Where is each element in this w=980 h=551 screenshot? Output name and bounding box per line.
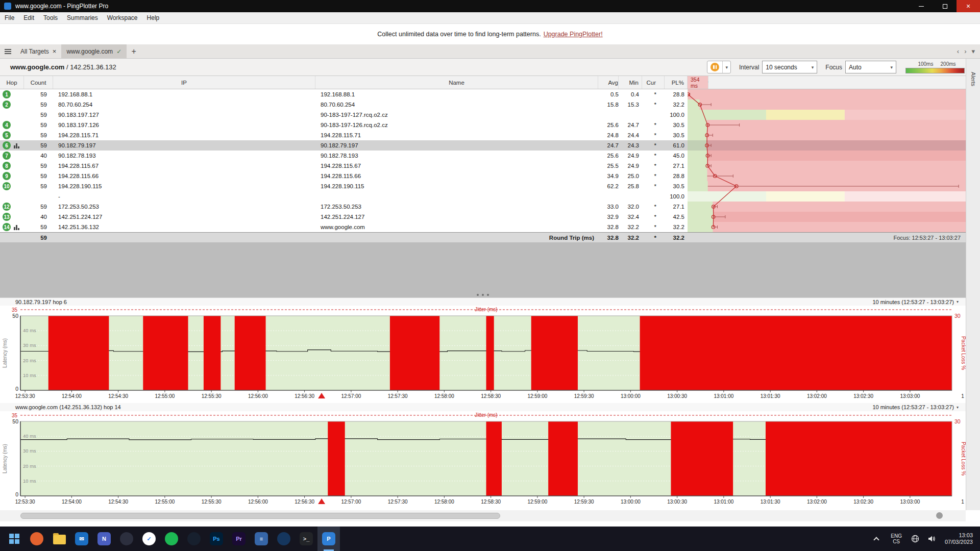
taskbar-icon-photoshop[interactable]: Ps — [205, 527, 228, 551]
cell-cur: * — [642, 224, 665, 230]
taskbar-icon-start[interactable] — [3, 527, 26, 551]
cell-ip: 192.168.88.1 — [53, 91, 315, 97]
cell-cur: * — [642, 153, 665, 159]
svg-text:12:55:00: 12:55:00 — [155, 393, 175, 399]
taskbar-icon-file-explorer[interactable] — [48, 527, 70, 551]
nav-forward-icon[interactable]: › — [964, 47, 966, 55]
cell-ip: 194.228.115.71 — [53, 132, 315, 138]
nav-back-icon[interactable]: ‹ — [957, 47, 959, 55]
header-min[interactable]: Min — [619, 76, 642, 89]
header-ip[interactable]: IP — [53, 76, 315, 89]
svg-text:12:59:00: 12:59:00 — [527, 393, 547, 399]
language-indicator[interactable]: ENG CS — [891, 533, 902, 544]
header-name[interactable]: Name — [315, 76, 598, 89]
svg-text:Jitter (ms): Jitter (ms) — [475, 412, 497, 418]
svg-text:12:57:30: 12:57:30 — [388, 393, 408, 399]
taskbar-icon-steam[interactable] — [183, 527, 205, 551]
interval-select[interactable]: 10 seconds ▾ — [762, 61, 817, 73]
cell-count: 59 — [24, 173, 53, 179]
header-cur[interactable]: Cur — [642, 76, 665, 89]
cell-name: www.google.com — [315, 224, 598, 230]
menu-summaries[interactable]: Summaries — [62, 12, 103, 23]
cell-count: 40 — [24, 214, 53, 220]
cell-avg: 24.8 — [598, 132, 619, 138]
todo-check-icon: ✓ — [142, 532, 156, 545]
menu-help[interactable]: Help — [142, 12, 164, 23]
svg-text:20 ms: 20 ms — [23, 463, 36, 469]
hop6-range-label: 10 minutes (12:53:27 - 13:03:27) — [872, 299, 954, 305]
menu-workspace[interactable]: Workspace — [103, 12, 142, 23]
cell-min: 24.7 — [619, 122, 642, 128]
cell-count: 59 — [24, 122, 53, 128]
svg-text:Latency (ms): Latency (ms) — [2, 444, 8, 473]
cell-name: 90-183-197-126.rcq.o2.cz — [315, 122, 598, 128]
minimize-button[interactable] — [910, 0, 933, 12]
round-trip-count: 59 — [24, 235, 53, 241]
taskbar-icon-terminal[interactable]: >_ — [295, 527, 317, 551]
close-button[interactable]: × — [957, 0, 980, 12]
taskbar-icon-todo-check[interactable]: ✓ — [138, 527, 160, 551]
splitter-handle[interactable] — [477, 294, 489, 296]
maximize-button[interactable] — [933, 0, 957, 12]
svg-text:Packet Loss %: Packet Loss % — [961, 336, 966, 370]
svg-text:50: 50 — [12, 418, 18, 424]
taskbar-icon-firefox[interactable] — [26, 527, 48, 551]
focus-select[interactable]: Auto ▾ — [845, 61, 896, 73]
focus-value: Auto — [849, 64, 862, 71]
header-count[interactable]: Count — [24, 76, 53, 89]
taskbar-icon-premiere[interactable]: Pr — [228, 527, 250, 551]
header-avg[interactable]: Avg — [598, 76, 619, 89]
alerts-side-tab[interactable]: Alerts — [966, 59, 980, 510]
header-hop[interactable]: Hop — [0, 76, 24, 89]
cell-avg: 25.5 — [598, 163, 619, 169]
upgrade-link[interactable]: Upgrade PingPlotter! — [544, 31, 603, 38]
tab-overflow-icon[interactable]: ▾ — [971, 47, 975, 55]
network-icon[interactable] — [911, 534, 920, 543]
cell-name: 194.228.115.71 — [315, 132, 598, 138]
menu-file[interactable]: File — [0, 12, 19, 23]
volume-icon[interactable] — [927, 534, 936, 543]
tab-www-google-com[interactable]: www.google.com ✓ — [61, 44, 127, 58]
hop-number-badge: 10 — [3, 182, 11, 190]
menu-tools[interactable]: Tools — [39, 12, 62, 23]
cell-hop: 10 — [0, 181, 24, 191]
cell-cur: * — [642, 132, 665, 138]
svg-text:12:59:00: 12:59:00 — [527, 499, 547, 505]
hop6-range-select[interactable]: 10 minutes (12:53:27 - 13:03:27) ▾ — [872, 299, 959, 305]
targets-menu-icon[interactable] — [0, 44, 15, 58]
clock[interactable]: 13:03 07/03/2023 — [945, 532, 973, 545]
tab-all-targets[interactable]: All Targets × — [15, 44, 61, 58]
svg-text:10 ms: 10 ms — [23, 372, 36, 378]
taskbar-icon-pingplotter[interactable]: P — [317, 527, 340, 551]
tab-label: www.google.com — [66, 48, 113, 55]
taskbar-icon-mail[interactable]: ✉ — [70, 527, 93, 551]
svg-text:13:00:30: 13:00:30 — [667, 393, 687, 399]
cell-name: 194.228.115.66 — [315, 173, 598, 179]
svg-text:Latency (ms): Latency (ms) — [2, 338, 8, 368]
header-pl[interactable]: PL% — [665, 76, 688, 89]
taskbar-icon-calculator[interactable]: ≡ — [250, 527, 273, 551]
menu-edit[interactable]: Edit — [19, 12, 39, 23]
svg-text:13:02:30: 13:02:30 — [853, 393, 873, 399]
close-tab-icon[interactable]: × — [53, 48, 57, 55]
svg-text:12:58:00: 12:58:00 — [434, 393, 454, 399]
scrollbar-thumb[interactable] — [20, 513, 500, 519]
taskbar-icon-spotify[interactable] — [160, 527, 183, 551]
tray-expand-icon[interactable] — [874, 537, 879, 542]
hop-number-badge: 2 — [3, 101, 11, 109]
pause-button[interactable]: ▾ — [707, 61, 731, 73]
horizontal-scrollbar[interactable] — [0, 510, 966, 521]
maximize-icon — [943, 4, 947, 9]
hop-number-badge: 8 — [3, 162, 11, 170]
header-latency[interactable]: 0 ms Latency 354 ms — [688, 76, 708, 89]
promo-banner: Collect unlimited data over time to find… — [0, 24, 980, 44]
scrollbar-knob[interactable] — [936, 512, 943, 519]
new-tab-button[interactable]: + — [127, 44, 141, 58]
taskbar-icon-app-n[interactable]: N — [93, 527, 115, 551]
svg-text:13:00:30: 13:00:30 — [667, 499, 687, 505]
hop14-range-select[interactable]: 10 minutes (12:53:27 - 13:03:27) ▾ — [872, 404, 959, 410]
pause-dropdown-caret[interactable]: ▾ — [722, 61, 730, 73]
cell-avg: 32.9 — [598, 214, 619, 220]
taskbar-icon-app-circle[interactable] — [273, 527, 295, 551]
taskbar-icon-discord[interactable] — [115, 527, 138, 551]
